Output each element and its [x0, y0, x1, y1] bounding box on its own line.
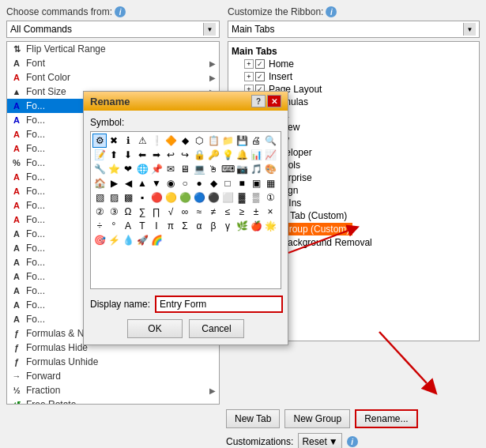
symbol-cell[interactable]: ◀ — [121, 176, 135, 190]
tree-item[interactable]: +Insert — [232, 70, 476, 83]
symbol-cell[interactable]: ⚡ — [107, 233, 121, 247]
dialog-ok-button[interactable]: OK — [127, 319, 183, 338]
symbol-cell[interactable]: α — [192, 219, 206, 233]
symbol-cell[interactable]: ⚫ — [206, 190, 220, 205]
symbol-cell[interactable]: ▪ — [135, 190, 149, 205]
symbol-cell[interactable]: 📊 — [249, 148, 263, 162]
symbol-cell[interactable]: 🔔 — [235, 148, 249, 162]
symbol-cell[interactable]: ◆ — [178, 134, 192, 148]
dialog-help-button[interactable]: ? — [251, 95, 266, 107]
symbol-cell[interactable]: ↩ — [164, 148, 178, 162]
commands-dropdown-arrow[interactable]: ▼ — [203, 23, 216, 36]
symbol-cell[interactable]: 🌟 — [263, 219, 277, 233]
tree-expand-btn[interactable]: + — [244, 59, 254, 69]
symbol-cell[interactable]: ⬡ — [192, 134, 206, 148]
symbol-cell[interactable]: 🎨 — [263, 162, 277, 176]
symbol-cell[interactable]: ≈ — [192, 205, 206, 219]
symbol-cell[interactable]: 📝 — [92, 148, 107, 162]
symbol-cell[interactable]: 💡 — [220, 148, 235, 162]
symbol-cell[interactable]: 🔍 — [263, 134, 277, 148]
symbol-cell[interactable]: 🌈 — [149, 233, 164, 247]
tree-item[interactable]: +Home — [232, 58, 476, 70]
dialog-cancel-button[interactable]: Cancel — [189, 319, 244, 338]
symbol-cell[interactable]: 🌐 — [135, 162, 149, 176]
symbol-cell[interactable]: ③ — [107, 205, 121, 219]
symbol-cell[interactable]: ▣ — [249, 176, 263, 190]
symbol-cell[interactable]: ⚠ — [135, 134, 149, 148]
symbol-cell[interactable]: ① — [263, 190, 277, 205]
symbol-cell[interactable]: γ — [220, 219, 235, 233]
new-tab-button[interactable]: New Tab — [226, 409, 280, 428]
tree-checkbox[interactable] — [255, 72, 265, 81]
symbol-cell[interactable]: ▦ — [263, 176, 277, 190]
symbol-cell[interactable]: ▒ — [249, 190, 263, 205]
symbol-cell[interactable]: ≠ — [206, 205, 220, 219]
symbol-cell[interactable]: √ — [164, 205, 178, 219]
dialog-close-button[interactable]: ✕ — [267, 95, 281, 107]
symbol-cell[interactable]: ⬆ — [107, 148, 121, 162]
symbol-cell[interactable]: I — [149, 219, 164, 233]
symbol-cell[interactable]: ▼ — [149, 176, 164, 190]
symbol-cell[interactable]: ❕ — [149, 134, 164, 148]
reset-dropdown[interactable]: Reset ▼ — [298, 433, 341, 448]
symbol-cell[interactable]: ∏ — [149, 205, 164, 219]
symbol-cell[interactable]: Σ — [178, 219, 192, 233]
command-item[interactable]: ↺Free Rotate — [7, 397, 219, 405]
symbol-cell[interactable]: ✖ — [107, 134, 121, 148]
symbol-cell[interactable]: 💾 — [235, 134, 249, 148]
symbol-cell[interactable]: Ω — [121, 205, 135, 219]
tree-expand-btn[interactable]: + — [244, 72, 254, 81]
symbol-cell[interactable]: ▧ — [92, 190, 107, 205]
symbol-cell[interactable]: ◆ — [206, 176, 220, 190]
new-group-button[interactable]: New Group — [284, 409, 350, 428]
display-name-input[interactable] — [155, 296, 283, 313]
symbol-cell[interactable]: □ — [220, 176, 235, 190]
symbol-cell[interactable]: β — [206, 219, 220, 233]
symbol-cell[interactable]: ● — [192, 176, 206, 190]
command-item[interactable]: ƒFormulas Unhide — [7, 355, 219, 369]
symbol-cell[interactable]: 📋 — [206, 134, 220, 148]
symbol-cell[interactable]: 🍎 — [249, 219, 263, 233]
symbol-cell[interactable]: 🎯 — [92, 233, 107, 247]
rename-button[interactable]: Rename... — [355, 409, 417, 428]
symbol-cell[interactable]: ⬇ — [121, 148, 135, 162]
symbol-cell[interactable]: ⬅ — [135, 148, 149, 162]
symbol-cell[interactable]: ⭐ — [107, 162, 121, 176]
ribbon-dropdown[interactable]: Main Tabs ▼ — [228, 21, 480, 38]
symbol-cell[interactable]: ⬜ — [220, 190, 235, 205]
command-item[interactable]: ½Fraction▶ — [7, 383, 219, 397]
symbol-cell[interactable]: 🟡 — [164, 190, 178, 205]
symbol-cell[interactable]: ° — [107, 219, 121, 233]
symbol-cell[interactable]: ⌨ — [220, 162, 235, 176]
symbol-cell[interactable]: 🔧 — [92, 162, 107, 176]
symbol-cell[interactable]: 🚀 — [135, 233, 149, 247]
command-item[interactable]: ⇅Flip Vertical Range — [7, 42, 219, 56]
symbol-cell[interactable]: ℹ — [121, 134, 135, 148]
symbol-cell[interactable]: ✉ — [164, 162, 178, 176]
commands-dropdown[interactable]: All Commands ▼ — [6, 21, 220, 38]
ribbon-dropdown-arrow[interactable]: ▼ — [463, 23, 476, 36]
symbol-cell[interactable]: 🖥 — [178, 162, 192, 176]
symbol-cell[interactable]: π — [164, 219, 178, 233]
symbol-cell[interactable]: ▓ — [235, 190, 249, 205]
symbol-cell[interactable]: ⚙ — [92, 134, 107, 148]
symbol-cell[interactable]: 🖨 — [249, 134, 263, 148]
command-item[interactable]: →Forward — [7, 369, 219, 383]
symbol-cell[interactable]: ∞ — [178, 205, 192, 219]
symbol-cell[interactable]: ▩ — [121, 190, 135, 205]
symbol-grid[interactable]: ⚙✖ℹ⚠❕🔶◆⬡📋📁💾🖨🔍📝⬆⬇⬅➡↩↪🔒🔑💡🔔📊📈🔧⭐❤🌐📌✉🖥💻🖱⌨📷🎵🎨🏠… — [90, 131, 281, 289]
symbol-cell[interactable]: ○ — [178, 176, 192, 190]
tree-checkbox[interactable] — [255, 59, 265, 69]
symbol-cell[interactable]: 🔑 — [206, 148, 220, 162]
symbol-cell[interactable]: ▶ — [107, 176, 121, 190]
symbol-cell[interactable]: 📌 — [149, 162, 164, 176]
symbol-cell[interactable]: ≥ — [235, 205, 249, 219]
symbol-cell[interactable]: ↪ — [178, 148, 192, 162]
symbol-cell[interactable]: T — [135, 219, 149, 233]
symbol-cell[interactable]: 🔵 — [192, 190, 206, 205]
symbol-cell[interactable]: 💧 — [121, 233, 135, 247]
symbol-cell[interactable]: 🏠 — [92, 176, 107, 190]
symbol-cell[interactable]: ± — [249, 205, 263, 219]
symbol-cell[interactable]: ➡ — [149, 148, 164, 162]
symbol-cell[interactable]: ∑ — [135, 205, 149, 219]
